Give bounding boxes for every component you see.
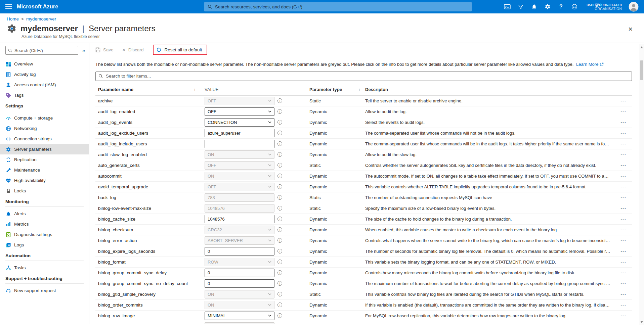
- sidebar-item-connection-strings[interactable]: Connection strings: [0, 134, 89, 144]
- info-icon[interactable]: i: [277, 120, 282, 125]
- sidebar-item-alerts[interactable]: Alerts: [0, 208, 89, 219]
- sidebar-item-server-parameters[interactable]: Server parameters: [0, 144, 89, 154]
- param-value-input[interactable]: [205, 247, 274, 256]
- sidebar-item-metrics[interactable]: Metrics: [0, 219, 89, 229]
- sidebar-item-new-support-request[interactable]: New support request: [0, 285, 89, 296]
- info-icon[interactable]: i: [277, 109, 282, 114]
- info-icon[interactable]: i: [277, 131, 282, 135]
- sidebar-item-tasks[interactable]: Tasks: [0, 263, 89, 273]
- info-icon[interactable]: i: [277, 217, 282, 221]
- breadcrumb-home-link[interactable]: Home: [7, 16, 19, 21]
- info-icon[interactable]: i: [277, 281, 282, 286]
- row-menu-button[interactable]: ···: [615, 206, 632, 211]
- azure-brand[interactable]: Microsoft Azure: [17, 4, 58, 10]
- filter-input[interactable]: [95, 72, 632, 81]
- row-menu-button[interactable]: ···: [615, 174, 632, 179]
- row-menu-button[interactable]: ···: [615, 131, 632, 136]
- param-description: The comma-separated user list whose comm…: [365, 131, 615, 136]
- info-icon[interactable]: i: [277, 313, 282, 318]
- sidebar-item-high-availability[interactable]: High availability: [0, 175, 89, 186]
- param-value-input[interactable]: [205, 140, 274, 148]
- learn-more-link[interactable]: Learn More: [576, 61, 604, 67]
- param-value-input[interactable]: [205, 269, 274, 277]
- feedback-smiley-icon[interactable]: [571, 3, 578, 10]
- row-menu-button[interactable]: ···: [615, 217, 632, 222]
- sidebar-item-maintenance[interactable]: Maintenance: [0, 165, 89, 175]
- save-button[interactable]: Save: [95, 47, 114, 52]
- notifications-bell-icon[interactable]: [531, 3, 538, 10]
- settings-gear-icon[interactable]: [544, 3, 551, 10]
- reset-all-to-default-button[interactable]: Reset all to default: [157, 47, 202, 52]
- help-icon[interactable]: ?: [558, 3, 564, 10]
- discard-button[interactable]: × Discard: [122, 47, 144, 53]
- scrollbar-down-arrow[interactable]: [639, 320, 644, 324]
- param-value-dropdown[interactable]: OFF: [205, 107, 274, 116]
- row-menu-button[interactable]: ···: [615, 109, 632, 114]
- sidebar-item-tags[interactable]: Tags: [0, 90, 89, 100]
- row-menu-button[interactable]: ···: [615, 249, 632, 254]
- avatar[interactable]: [629, 2, 639, 12]
- vertical-scrollbar[interactable]: [639, 44, 644, 325]
- info-icon[interactable]: i: [277, 292, 282, 296]
- sidebar-collapse-button[interactable]: «: [81, 48, 86, 53]
- scrollbar-thumb[interactable]: [640, 60, 643, 80]
- info-icon[interactable]: i: [277, 98, 282, 103]
- sidebar-item-access-control-iam[interactable]: Access control (IAM): [0, 80, 89, 90]
- row-menu-button[interactable]: ···: [615, 281, 632, 286]
- info-icon[interactable]: i: [277, 184, 282, 189]
- row-menu-button[interactable]: ···: [615, 238, 632, 243]
- sidebar-item-locks[interactable]: Locks: [0, 186, 89, 196]
- row-menu-button[interactable]: ···: [615, 303, 632, 308]
- param-value-dropdown[interactable]: MINIMAL: [205, 312, 274, 320]
- info-icon[interactable]: i: [277, 195, 282, 200]
- row-menu-button[interactable]: ···: [615, 120, 632, 125]
- breadcrumb-resource-link[interactable]: mydemoserver: [26, 16, 56, 21]
- info-icon[interactable]: i: [277, 227, 282, 232]
- info-icon[interactable]: i: [277, 163, 282, 168]
- row-menu-button[interactable]: ···: [615, 227, 632, 232]
- account-menu[interactable]: user@domain.com ORGANISATION: [587, 2, 622, 11]
- close-blade-button[interactable]: ×: [628, 26, 633, 33]
- info-icon[interactable]: i: [277, 249, 282, 253]
- info-icon[interactable]: i: [277, 141, 282, 146]
- sidebar-item-replication[interactable]: Replication: [0, 154, 89, 165]
- param-value-dropdown[interactable]: CONNECTION: [205, 118, 274, 127]
- sidebar-item-diagnostic-settings[interactable]: Diagnostic settings: [0, 229, 89, 240]
- column-header-parameter-type[interactable]: Parameter type ↑: [309, 87, 365, 92]
- scrollbar-up-arrow[interactable]: [639, 45, 644, 50]
- row-menu-button[interactable]: ···: [615, 152, 632, 157]
- info-icon[interactable]: i: [277, 260, 282, 264]
- sidebar-item-activity-log[interactable]: Activity log: [0, 69, 89, 80]
- sidebar-item-networking[interactable]: Networking: [0, 123, 89, 134]
- row-menu-button[interactable]: ···: [615, 163, 632, 168]
- row-menu-button[interactable]: ···: [615, 270, 632, 275]
- sidebar-item-overview[interactable]: Overview: [0, 59, 89, 69]
- row-menu-button[interactable]: ···: [615, 184, 632, 189]
- row-menu-button[interactable]: ···: [615, 313, 632, 318]
- global-search-input[interactable]: [215, 2, 472, 11]
- info-icon[interactable]: i: [277, 174, 282, 178]
- row-menu-button[interactable]: ···: [615, 98, 632, 103]
- info-icon[interactable]: i: [277, 303, 282, 307]
- param-value-input[interactable]: [205, 215, 274, 223]
- cloud-shell-icon[interactable]: [504, 3, 511, 10]
- sidebar-item-compute-storage[interactable]: Compute + storage: [0, 113, 89, 123]
- sidebar-search-input[interactable]: [14, 48, 78, 53]
- row-menu-button[interactable]: ···: [615, 195, 632, 200]
- row-menu-button[interactable]: ···: [615, 292, 632, 297]
- save-label: Save: [103, 47, 114, 52]
- param-value-input[interactable]: [205, 129, 274, 137]
- table-row: binlog_cache_sizeiDynamicThe size of the…: [95, 214, 632, 225]
- column-header-parameter-name[interactable]: Parameter name ↑: [95, 87, 205, 92]
- row-menu-button[interactable]: ···: [615, 260, 632, 265]
- directory-filter-icon[interactable]: [517, 3, 524, 10]
- info-icon[interactable]: i: [277, 206, 282, 211]
- hamburger-menu-icon[interactable]: [5, 3, 12, 10]
- info-icon[interactable]: i: [277, 238, 282, 243]
- row-menu-button[interactable]: ···: [615, 141, 632, 146]
- param-value-dropdown: ON: [205, 150, 274, 159]
- info-icon[interactable]: i: [277, 152, 282, 157]
- sidebar-item-logs[interactable]: Logs: [0, 240, 89, 250]
- param-value-input[interactable]: [205, 279, 274, 288]
- info-icon[interactable]: i: [277, 270, 282, 275]
